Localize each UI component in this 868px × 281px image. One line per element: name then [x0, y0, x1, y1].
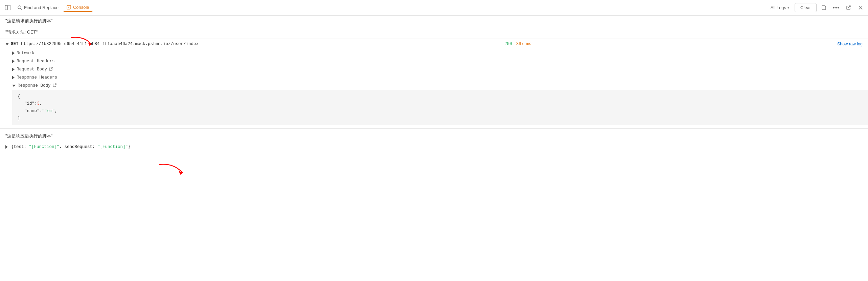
svg-line-13 [51, 67, 53, 69]
response-headers-expand-icon [12, 76, 15, 79]
toolbar-left: Find and Replace >_ Console [3, 3, 767, 13]
request-body-external-link-icon[interactable] [49, 67, 53, 72]
svg-point-3 [18, 6, 21, 9]
console-tab[interactable]: >_ Console [63, 3, 93, 12]
all-logs-label: All Logs [771, 5, 786, 10]
expand-icon [5, 43, 9, 45]
http-method: GET [11, 42, 19, 46]
copy-button[interactable] [819, 3, 829, 13]
status-code: 200 [504, 42, 512, 46]
toolbar-right: All Logs ▾ Clear ••• [768, 3, 865, 13]
response-json-id: "id":3, [18, 100, 863, 107]
request-headers-label: Request Headers [17, 59, 55, 64]
pre-script-line1: "这是请求前执行的脚本" [0, 16, 868, 27]
toolbar: Find and Replace >_ Console All Logs ▾ C… [0, 0, 868, 16]
request-body-item[interactable]: Request Body [0, 65, 868, 73]
response-time: 397 ms [516, 42, 531, 46]
get-request-header[interactable]: GET https://1b822095-d654-44f1-bb84-fffa… [0, 39, 868, 49]
post-script-line2[interactable]: {test: "[Function]", sendRequest: "[Func… [0, 142, 868, 153]
request-body-label: Request Body [17, 67, 47, 72]
pre-script-line2: "请求方法: GET" [0, 27, 868, 39]
network-expand-icon [12, 51, 15, 55]
svg-rect-1 [5, 5, 10, 10]
all-logs-dropdown[interactable]: All Logs ▾ [768, 4, 792, 12]
console-tab-label: Console [73, 5, 89, 10]
network-item[interactable]: Network [0, 49, 868, 57]
post-script-section: "这是响应后执行的脚本" {test: "[Function]", sendRe… [0, 128, 868, 152]
svg-line-4 [21, 8, 22, 10]
find-replace-button[interactable]: Find and Replace [14, 4, 62, 12]
request-headers-expand-icon [12, 60, 15, 63]
response-body-item[interactable]: Response Body [0, 82, 868, 90]
response-body-content: { "id":3, "name":"Tom", } [12, 90, 868, 125]
response-json-close: } [18, 115, 863, 122]
response-body-label: Response Body [18, 83, 51, 88]
post-script-line1: "这是响应后执行的脚本" [0, 131, 868, 142]
response-json-name: "name":"Tom", [18, 108, 863, 115]
svg-text:>_: >_ [67, 6, 71, 9]
chevron-down-icon: ▾ [787, 6, 789, 9]
response-json-open: { [18, 93, 863, 100]
svg-line-14 [54, 84, 56, 85]
request-headers-item[interactable]: Request Headers [0, 57, 868, 65]
external-link-button[interactable] [844, 3, 853, 13]
response-body-external-link-icon[interactable] [53, 83, 56, 88]
find-replace-label: Find and Replace [24, 5, 59, 10]
response-headers-item[interactable]: Response Headers [0, 73, 868, 82]
request-body-expand-icon [12, 68, 15, 71]
response-body-expand-icon [12, 85, 16, 87]
network-label: Network [17, 51, 35, 56]
get-request-section: GET https://1b822095-d654-44f1-bb84-fffa… [0, 39, 868, 128]
console-wrapper: "这是请求前执行的脚本" "请求方法: GET" GET https://1b8… [0, 16, 868, 281]
close-button[interactable] [856, 3, 865, 13]
svg-line-10 [848, 6, 850, 8]
more-options-button[interactable]: ••• [831, 3, 841, 13]
sidebar-toggle-button[interactable] [3, 3, 13, 13]
console-content: "这是请求前执行的脚本" "请求方法: GET" GET https://1b8… [0, 16, 868, 281]
request-url: https://1b822095-d654-44f1-bb84-fffaaab4… [21, 42, 199, 46]
svg-rect-8 [822, 6, 825, 9]
svg-rect-0 [5, 6, 7, 10]
show-raw-log-button[interactable]: Show raw log [837, 42, 863, 46]
post-script-expand-icon [5, 145, 8, 149]
clear-button[interactable]: Clear [795, 3, 817, 12]
response-headers-label: Response Headers [17, 75, 57, 80]
